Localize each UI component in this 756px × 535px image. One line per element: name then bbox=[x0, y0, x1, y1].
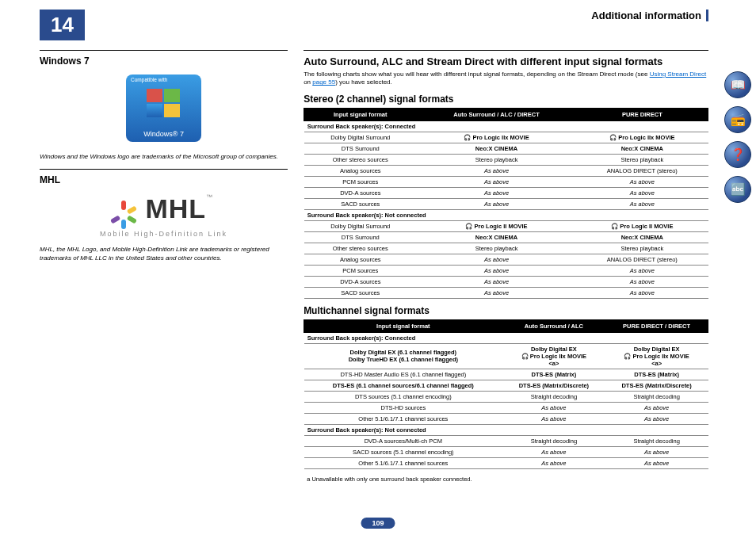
table-row: PCM sourcesAs aboveAs above bbox=[304, 265, 708, 276]
table-cell: Dolby Digital EX🎧 Pro Logic IIx MOVIE<a> bbox=[502, 343, 605, 369]
table-cell: Other 5.1/6.1/7.1 channel sources bbox=[304, 413, 502, 424]
table-row: Other stereo sourcesStereo playbackStere… bbox=[304, 154, 708, 165]
table-cell: 🎧 Pro Logic II MOVIE bbox=[576, 220, 708, 231]
section-title: Additional information bbox=[591, 10, 708, 21]
table-row: DTS sources (5.1 channel encoding)Straig… bbox=[304, 391, 708, 402]
table-cell: Straight decoding bbox=[605, 435, 708, 446]
table-cell: Stereo playback bbox=[576, 243, 708, 254]
table-cell: As above bbox=[605, 457, 708, 468]
table-row: DTS-HD Master Audio ES (6.1 channel flag… bbox=[304, 369, 708, 380]
link-page-55[interactable]: page 55 bbox=[312, 78, 335, 86]
table-cell: Neo:X CINEMA bbox=[417, 143, 576, 154]
table-cell: DTS-ES (Matrix) bbox=[605, 369, 708, 380]
table-row: Dolby Digital EX (6.1 channel flagged)Do… bbox=[304, 343, 708, 369]
table-cell: As above bbox=[605, 446, 708, 457]
table-row: SACD sourcesAs aboveAs above bbox=[304, 198, 708, 209]
nav-help-icon[interactable]: ❓ bbox=[724, 141, 751, 168]
table-group-header: Surround Back speaker(s): Connected bbox=[304, 332, 708, 343]
table-header: Input signal format bbox=[304, 108, 417, 120]
mhl-trademark: MHL, the MHL Logo, and Mobile High-Defin… bbox=[40, 246, 288, 262]
table-cell: Dolby Digital EX🎧 Pro Logic IIx MOVIE<a> bbox=[605, 343, 708, 369]
table-cell: DTS-ES (Matrix/Discrete) bbox=[502, 380, 605, 391]
table-cell: PCM sources bbox=[304, 265, 417, 276]
table-cell: Dolby Digital Surround bbox=[304, 220, 417, 231]
table-cell: Stereo playback bbox=[576, 154, 708, 165]
table-cell: Straight decoding bbox=[502, 391, 605, 402]
table-row: DVD-A sources/Multi-ch PCMStraight decod… bbox=[304, 435, 708, 446]
nav-device-icon[interactable]: 📻 bbox=[724, 106, 751, 133]
nav-glossary-icon[interactable]: 🔤 bbox=[724, 176, 751, 203]
table-cell: As above bbox=[417, 198, 576, 209]
table-row: DTS-ES (6.1 channel sources/6.1 channel … bbox=[304, 380, 708, 391]
compat-text: Compatible with bbox=[131, 77, 167, 82]
table-cell: Straight decoding bbox=[502, 435, 605, 446]
multichannel-formats-heading: Multichannel signal formats bbox=[304, 305, 708, 316]
page-number: 109 bbox=[361, 518, 395, 529]
table-row: DTS-HD sourcesAs aboveAs above bbox=[304, 402, 708, 413]
chapter-number: 14 bbox=[40, 10, 85, 40]
table-row: Other stereo sourcesStereo playbackStere… bbox=[304, 243, 708, 254]
table-cell: SACD sources bbox=[304, 287, 417, 298]
table-cell: Straight decoding bbox=[605, 391, 708, 402]
intro-c: ) you have selected. bbox=[335, 78, 392, 86]
table-cell: DTS-HD Master Audio ES (6.1 channel flag… bbox=[304, 369, 502, 380]
table-row: Dolby Digital Surround🎧 Pro Logic II MOV… bbox=[304, 220, 708, 231]
footnote-a: a Unavailable with only one surround bac… bbox=[307, 476, 708, 483]
table-row: DVD-A sourcesAs aboveAs above bbox=[304, 187, 708, 198]
table-cell: DVD-A sources bbox=[304, 276, 417, 287]
table-cell: As above bbox=[576, 187, 708, 198]
table-cell: DTS Surround bbox=[304, 231, 417, 243]
table-cell: Other stereo sources bbox=[304, 154, 417, 165]
table-cell: As above bbox=[576, 276, 708, 287]
table-header: Input signal format bbox=[304, 319, 502, 332]
table-cell: As above bbox=[576, 176, 708, 187]
table-cell: SACD sources bbox=[304, 198, 417, 209]
table-cell: Dolby Digital Surround bbox=[304, 132, 417, 143]
table-cell: As above bbox=[576, 265, 708, 276]
table-cell: DTS-HD sources bbox=[304, 402, 502, 413]
table-cell: As above bbox=[576, 198, 708, 209]
table-cell: Analog sources bbox=[304, 165, 417, 176]
intro-a: The following charts show what you will … bbox=[304, 71, 650, 78]
mhl-tagline: Mobile High-Definition Link bbox=[40, 230, 288, 238]
table-cell: DTS-ES (Matrix/Discrete) bbox=[605, 380, 708, 391]
table-cell: As above bbox=[417, 165, 576, 176]
table-cell: DTS-ES (Matrix) bbox=[502, 369, 605, 380]
table-cell: As above bbox=[417, 187, 576, 198]
table-cell: DVD-A sources/Multi-ch PCM bbox=[304, 435, 502, 446]
table-row: SACD sources (5.1 channel encoding)As ab… bbox=[304, 446, 708, 457]
table-row: SACD sourcesAs aboveAs above bbox=[304, 287, 708, 298]
table-cell: As above bbox=[417, 176, 576, 187]
auto-surround-heading: Auto Surround, ALC and Stream Direct wit… bbox=[304, 55, 708, 67]
table-cell: As above bbox=[502, 457, 605, 468]
table-cell: DTS-ES (6.1 channel sources/6.1 channel … bbox=[304, 380, 502, 391]
table-cell: DTS Surround bbox=[304, 143, 417, 154]
nav-book-icon[interactable]: 📖 bbox=[724, 71, 751, 98]
table-cell: PCM sources bbox=[304, 176, 417, 187]
mhl-logo: MHL™ Mobile High-Definition Link bbox=[40, 193, 288, 238]
multichannel-formats-table: Input signal formatAuto Surround / ALCPU… bbox=[304, 319, 708, 469]
table-cell: Dolby Digital EX (6.1 channel flagged)Do… bbox=[304, 343, 502, 369]
windows7-logo: Compatible with Windows® 7 bbox=[126, 75, 201, 142]
table-header: Auto Surround / ALC bbox=[502, 319, 605, 332]
table-row: DTS SurroundNeo:X CINEMANeo:X CINEMA bbox=[304, 143, 708, 154]
table-cell: DTS sources (5.1 channel encoding) bbox=[304, 391, 502, 402]
table-header: PURE DIRECT / DIRECT bbox=[605, 319, 708, 332]
mhl-heading: MHL bbox=[40, 174, 288, 185]
table-cell: Stereo playback bbox=[417, 243, 576, 254]
table-cell: As above bbox=[605, 402, 708, 413]
table-group-header: Surround Back speaker(s): Not connected bbox=[304, 209, 708, 220]
table-cell: Neo:X CINEMA bbox=[417, 231, 576, 243]
table-row: DTS SurroundNeo:X CINEMANeo:X CINEMA bbox=[304, 231, 708, 243]
link-using-stream-direct[interactable]: Using Stream Direct bbox=[650, 71, 707, 78]
table-row: Analog sourcesAs aboveANALOG DIRECT (ste… bbox=[304, 254, 708, 265]
table-cell: As above bbox=[576, 287, 708, 298]
table-cell: Analog sources bbox=[304, 254, 417, 265]
windows7-trademark: Windows and the Windows logo are tradema… bbox=[40, 153, 288, 161]
stereo-formats-heading: Stereo (2 channel) signal formats bbox=[304, 94, 708, 105]
table-cell: ANALOG DIRECT (stereo) bbox=[576, 165, 708, 176]
table-cell: 🎧 Pro Logic IIx MOVIE bbox=[576, 132, 708, 143]
intro-text: The following charts show what you will … bbox=[304, 71, 708, 87]
table-row: PCM sourcesAs aboveAs above bbox=[304, 176, 708, 187]
table-header: PURE DIRECT bbox=[576, 108, 708, 120]
